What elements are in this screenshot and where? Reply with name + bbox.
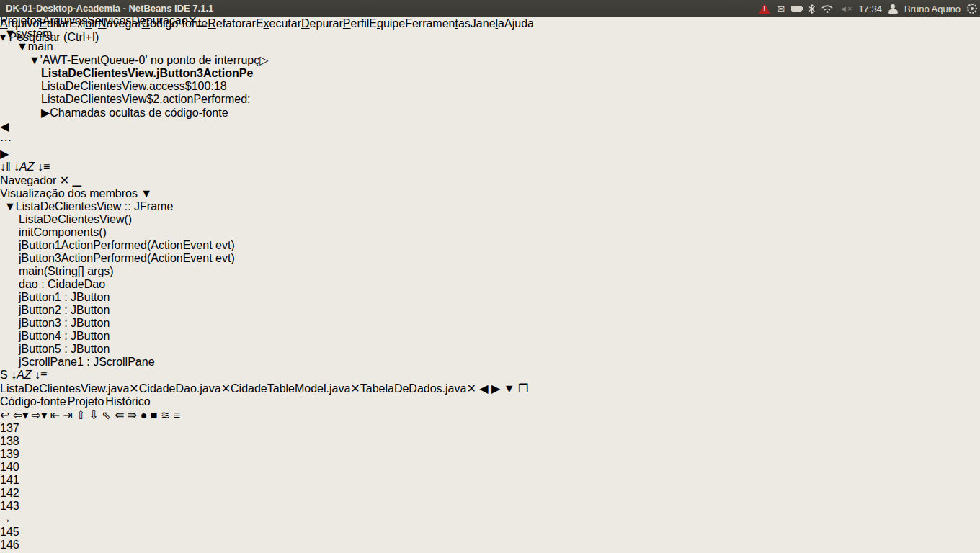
close-icon[interactable]: ✕ <box>60 174 69 186</box>
toggle-bookmark-button[interactable]: ⇖ <box>102 409 111 421</box>
wifi-icon[interactable] <box>821 4 833 13</box>
show-static-button[interactable]: S <box>0 369 8 381</box>
view-button-c-digo-fonte[interactable]: Código-fonte <box>0 395 66 408</box>
editor-tab-listadeclientesview-java[interactable]: ListaDeClientesView.java✕ <box>0 382 139 395</box>
user-name[interactable]: Bruno Aquino <box>904 4 961 14</box>
view-button-projeto[interactable]: Projeto <box>68 395 104 408</box>
clock[interactable]: 17:34 <box>858 4 882 14</box>
expanded-icon[interactable]: ▼ <box>4 200 16 212</box>
next-occurrence-button[interactable]: ⇥ <box>63 409 73 421</box>
collapsed-icon[interactable]: ▶ <box>41 107 50 119</box>
close-icon[interactable]: ✕ <box>350 382 360 395</box>
menu-item-ferramentas[interactable]: Ferramentas <box>405 17 471 30</box>
diff-button[interactable]: ≋ <box>161 409 170 421</box>
code-editor[interactable]: 137138139140141142143→145146147148149150… <box>0 422 980 553</box>
scroll-tabs-left-icon[interactable]: ◀ <box>479 382 488 395</box>
member-name: jButton4 <box>19 330 61 342</box>
menu-item-cdigofonte[interactable]: Código-fonte <box>142 17 208 30</box>
scroll-tabs-right-icon[interactable]: ▶ <box>491 382 500 395</box>
menu-item-depurar[interactable]: Depurar <box>301 17 343 30</box>
editor-gutter[interactable]: 137138139140141142143→145146147148149150… <box>0 422 980 553</box>
debug-tree-row[interactable]: ▼'AWT-EventQueue-0' no ponto de interrup… <box>0 53 980 67</box>
close-icon[interactable]: ✕ <box>129 382 138 395</box>
navigator-member-row[interactable]: ListaDeClientesView() <box>0 213 980 226</box>
shift-right-button[interactable]: ⇛ <box>128 409 137 421</box>
debug-tree-label: Chamadas ocultas de código-fonte <box>50 107 228 119</box>
menu-item-perfil[interactable]: Perfil <box>343 17 369 30</box>
menu-item-janela[interactable]: Janela <box>471 17 504 30</box>
chevron-down-icon[interactable]: ▼ <box>141 187 152 199</box>
debug-tree-row[interactable]: ListaDeClientesView$2.actionPerformed: <box>0 93 980 106</box>
shift-left-button[interactable]: ⇚ <box>115 409 124 421</box>
search-dropdown-icon[interactable]: ▾ <box>0 31 6 43</box>
navigator-member-row[interactable]: jButton5 : JButton <box>0 343 980 356</box>
navigator-member-row[interactable]: jButton1ActionPerformed(ActionEvent evt) <box>0 239 980 252</box>
navigator-view-combobox[interactable]: Visualização dos membros ▼ <box>0 187 152 199</box>
tab-list-icon[interactable]: ▼ <box>504 382 515 395</box>
view-button-hist-rico[interactable]: Histórico <box>105 395 150 408</box>
previous-bookmark-button[interactable]: ⇧ <box>76 409 85 421</box>
maximize-icon[interactable]: ❒ <box>518 382 528 395</box>
navigator-member-row[interactable]: dao : CidadeDao <box>0 278 980 291</box>
menu-item-ajuda[interactable]: Ajuda <box>504 17 534 30</box>
editor-tab-cidadedao-java[interactable]: CidadeDao.java✕ <box>139 382 231 395</box>
line-number: 137 <box>0 422 980 435</box>
debug-tree-label: ListaDeClientesView.jButton3ActionPe <box>41 67 253 79</box>
sort-alpha-button[interactable]: ↓AZ <box>11 369 31 381</box>
minimize-navigator-button[interactable]: ▁ <box>73 174 81 186</box>
close-icon[interactable]: ✕ <box>466 382 476 395</box>
sort-alpha-button[interactable]: ↓AZ <box>14 161 34 173</box>
search-box[interactable]: ▾ Pesquisar (Ctrl+I) <box>0 30 980 44</box>
menu-item-navegar[interactable]: Navegar <box>98 17 141 30</box>
navigator-member-row[interactable]: jButton2 : JButton <box>0 304 980 317</box>
debug-tree-hscrollbar[interactable]: ◀ ⋯ ▶ <box>0 120 980 161</box>
menu-bar: ArquivoEditarExibirNavegarCódigo-fonteRe… <box>0 17 980 36</box>
close-icon[interactable]: ✕ <box>221 382 231 395</box>
menu-item-executar[interactable]: Executar <box>256 17 301 30</box>
navigator-member-row[interactable]: jScrollPane1 : JScrollPane <box>0 356 980 369</box>
volume-muted-icon[interactable]: ◄× <box>839 4 852 13</box>
navigator-member-row[interactable]: ▼ListaDeClientesView :: JFrame <box>0 200 980 213</box>
debug-tree-row[interactable]: ListaDeClientesView.jButton3ActionPe <box>0 67 980 80</box>
static-members-icon: S <box>0 369 8 381</box>
menu-item-arquivo[interactable]: Arquivo <box>0 17 39 30</box>
debug-tree-row[interactable]: ListaDeClientesView.access$100:18 <box>0 80 980 93</box>
previous-occurrence-button[interactable]: ⇤ <box>50 409 60 421</box>
battery-icon[interactable] <box>791 6 802 12</box>
last-edit-button[interactable]: ↩ <box>0 409 9 421</box>
editor-tab-label: CidadeDao.java <box>139 382 221 395</box>
navigator-member-row[interactable]: jButton3ActionPerformed(ActionEvent evt) <box>0 252 980 265</box>
menu-item-refatorar[interactable]: Refatorar <box>208 17 256 30</box>
user-avatar-icon[interactable] <box>888 4 898 14</box>
sort-natural-button[interactable]: ↓≡ <box>37 161 50 173</box>
view-buttons: Código-fonteProjetoHistórico <box>0 395 980 408</box>
editor-overflow-button[interactable]: ≡ <box>174 409 180 421</box>
tab-navegador[interactable]: Navegador ✕ <box>0 174 73 186</box>
bluetooth-icon[interactable] <box>808 4 815 14</box>
line-number: 139 <box>0 448 980 461</box>
stop-macro-button[interactable]: ■ <box>151 409 158 421</box>
sort-source-button[interactable]: ↓≡ <box>35 369 47 381</box>
forward-button[interactable]: ⇨▾ <box>32 409 47 421</box>
menu-item-editar[interactable]: Editar <box>39 17 69 30</box>
navigator-member-row[interactable]: jButton3 : JButton <box>0 317 980 330</box>
line-number: 143 <box>0 500 980 513</box>
menu-item-equipe[interactable]: Equipe <box>369 17 405 30</box>
suspend-sort-button[interactable]: ↓‖ <box>0 161 11 173</box>
expanded-icon[interactable]: ▼ <box>29 54 40 66</box>
navigator-member-row[interactable]: initComponents() <box>0 226 980 239</box>
debug-tree-row[interactable]: ▶Chamadas ocultas de código-fonte <box>0 106 980 120</box>
navigator-member-row[interactable]: main(String[] args) <box>0 265 980 278</box>
editor-tab-cidadetablemodel-java[interactable]: CidadeTableModel.java✕ <box>231 382 360 395</box>
mail-icon[interactable]: ✉ <box>777 4 785 14</box>
start-macro-button[interactable]: ● <box>141 409 148 421</box>
warning-icon[interactable] <box>759 4 770 14</box>
editor-tab-tabeladedados-java[interactable]: TabelaDeDados.java✕ <box>360 382 476 395</box>
back-button[interactable]: ⇦▾ <box>13 409 28 421</box>
session-gear-icon[interactable] <box>967 4 977 14</box>
menu-item-exibir[interactable]: Exibir <box>69 17 98 30</box>
member-name: initComponents() <box>19 226 107 238</box>
next-bookmark-button[interactable]: ⇩ <box>89 409 98 421</box>
navigator-member-row[interactable]: jButton1 : JButton <box>0 291 980 304</box>
navigator-member-row[interactable]: jButton4 : JButton <box>0 330 980 343</box>
